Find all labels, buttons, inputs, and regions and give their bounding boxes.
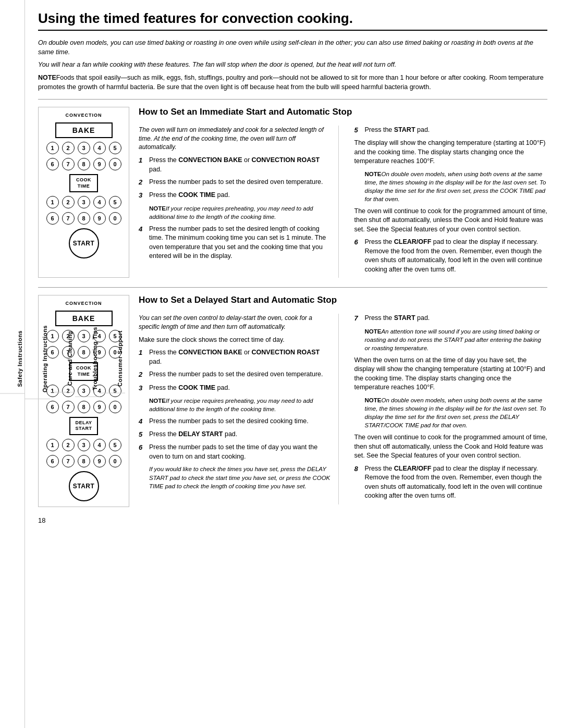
section-2-left: You can set the oven control to delay-st… xyxy=(139,314,339,504)
key-7e: 7 xyxy=(62,455,75,467)
key-8b: 8 xyxy=(78,212,90,225)
step-2-1: 1 Press the CONVECTION BAKE or CONVECTIO… xyxy=(139,348,332,366)
key-7: 7 xyxy=(62,158,75,170)
step-2-7: 7 Press the START pad. xyxy=(354,314,548,323)
step-num-3: 3 xyxy=(139,191,146,200)
sidebar-item-consumer-support: Consumer Support xyxy=(100,324,125,393)
section-1-right-para1: The display will show the changing tempe… xyxy=(354,139,548,166)
step-text-2-1: Press the CONVECTION BAKE or CONVECTION … xyxy=(149,348,332,366)
key-9b: 9 xyxy=(93,212,106,225)
key-4e: 4 xyxy=(93,439,106,451)
key-6b: 6 xyxy=(46,212,59,225)
key-6d: 6 xyxy=(46,401,59,413)
key-3e: 3 xyxy=(78,439,90,451)
step-2-3: 3 Press the COOK TIME pad. xyxy=(139,384,332,393)
step-num-2-1: 1 xyxy=(139,348,146,357)
step-text-2-2: Press the number pads to set the desired… xyxy=(149,370,332,379)
section-2-right-note2: NOTEOn double oven models, when using bo… xyxy=(365,396,548,429)
num-row-1-2: 6 7 8 9 0 xyxy=(46,158,121,170)
step-2-6: 6 Press the number pads to set the time … xyxy=(139,443,332,461)
cook-time-button-1: COOK TIME xyxy=(69,174,98,192)
section-1-intro: The oven will turn on immediately and co… xyxy=(139,126,332,152)
key-8d: 8 xyxy=(78,401,90,413)
section-2-note: NOTEIf your recipe requires preheating, … xyxy=(149,397,332,413)
key-4: 4 xyxy=(93,142,106,154)
step-num-2-3: 3 xyxy=(139,384,146,393)
bake-button-1: BAKE xyxy=(55,122,113,138)
step-1-6: 6 Press the CLEAR/OFF pad to clear the d… xyxy=(354,238,548,274)
step-text-2-6: Press the number pads to set the time of… xyxy=(149,443,332,461)
section-1-right: 5 Press the START pad. The display will … xyxy=(348,126,548,278)
step-1-2: 2 Press the number pads to set the desir… xyxy=(139,178,332,187)
step-text-3: Press the COOK TIME pad. xyxy=(149,191,332,200)
sidebar-item-troubleshooting: Troubleshooting Tips xyxy=(75,320,100,397)
section-2-right: 7 Press the START pad. NOTEAn attention … xyxy=(348,314,548,504)
step-num-5: 5 xyxy=(354,126,362,135)
instructions-col-1: How to Set an Immediate Start and Automa… xyxy=(139,107,547,278)
key-3b: 3 xyxy=(78,196,90,208)
section-2-title: How to Set a Delayed Start and Automatic… xyxy=(139,295,547,305)
section-1-right-note1: NOTEOn double oven models, when using bo… xyxy=(365,170,548,203)
section-2-two-col: You can set the oven control to delay-st… xyxy=(139,314,547,504)
note-label: NOTE xyxy=(38,74,56,81)
start-button-2: START xyxy=(69,471,99,501)
step-num-4: 4 xyxy=(139,225,146,234)
key-8e: 8 xyxy=(78,455,90,467)
step-text-2-4: Press the number pads to set the desired… xyxy=(149,417,332,426)
section-2-right-note1: NOTEAn attention tone will sound if you … xyxy=(365,327,548,352)
step-2-5: 5 Press the DELAY START pad. xyxy=(139,430,332,439)
key-7b: 7 xyxy=(62,212,75,225)
note-para: NOTEFoods that spoil easily—such as milk… xyxy=(38,73,547,92)
num-row-2-4: 6 7 8 9 0 xyxy=(46,401,121,413)
step-num-2-6: 6 xyxy=(139,443,146,452)
step-1-3: 3 Press the COOK TIME pad. xyxy=(139,191,332,200)
section-1-two-col: The oven will turn on immediately and co… xyxy=(139,126,547,278)
step-num-2-2: 2 xyxy=(139,370,146,379)
key-5e: 5 xyxy=(109,439,121,451)
step-text-2: Press the number pads to set the desired… xyxy=(149,178,332,187)
key-2b: 2 xyxy=(62,196,75,208)
key-7d: 7 xyxy=(62,401,75,413)
key-5b: 5 xyxy=(109,196,121,208)
step-text-2-5: Press the DELAY START pad. xyxy=(149,430,332,439)
step-num-6: 6 xyxy=(354,238,362,247)
key-0d: 0 xyxy=(109,401,121,413)
step-num-2-8: 8 xyxy=(354,464,362,474)
intro-para-2: You will hear a fan while cooking with t… xyxy=(38,60,547,69)
key-9d: 9 xyxy=(93,401,106,413)
sidebar-item-care-cleaning: Care and Cleaning xyxy=(50,325,75,392)
section-2-right-para2: The oven will continue to cook for the p… xyxy=(354,433,548,461)
section-2-clock-note: Make sure the clock shows the correct ti… xyxy=(139,336,332,345)
page-title: Using the timed features for convection … xyxy=(38,10,547,31)
num-row-2-6: 6 7 8 9 0 xyxy=(46,455,121,467)
section-1-left: The oven will turn on immediately and co… xyxy=(139,126,339,278)
intro-para-1: On double oven models, you can use timed… xyxy=(38,38,547,57)
delay-start-button: DELAY START xyxy=(69,417,98,435)
step-2-2: 2 Press the number pads to set the desir… xyxy=(139,370,332,379)
sidebar-item-operating: Operating Instructions xyxy=(25,319,50,399)
convection-label-2: CONVECTION xyxy=(65,301,102,306)
key-5: 5 xyxy=(109,142,121,154)
step-text-2-3: Press the COOK TIME pad. xyxy=(149,384,332,393)
note-body: Foods that spoil easily—such as milk, eg… xyxy=(38,74,544,91)
num-row-1-4: 6 7 8 9 0 xyxy=(46,212,121,225)
key-6e: 6 xyxy=(46,455,59,467)
key-2e: 2 xyxy=(62,439,75,451)
start-button-1: START xyxy=(69,228,99,258)
section-2-right-para1: When the oven turns on at the time of da… xyxy=(354,356,548,392)
step-num-2-5: 5 xyxy=(139,430,146,439)
key-9: 9 xyxy=(93,158,106,170)
section-1-note: NOTEIf your recipe requires preheating, … xyxy=(149,204,332,221)
step-text-2-8: Press the CLEAR/OFF pad to clear the dis… xyxy=(365,464,548,501)
num-row-2-5: 1 2 3 4 5 xyxy=(46,439,121,451)
sidebar: Consumer Support Troubleshooting Tips Ca… xyxy=(0,0,25,728)
step-1-4: 4 Press the number pads to set the desir… xyxy=(139,225,332,261)
section-1-title: How to Set an Immediate Start and Automa… xyxy=(139,107,547,117)
step-2-8: 8 Press the CLEAR/OFF pad to clear the d… xyxy=(354,464,548,501)
key-1e: 1 xyxy=(46,439,59,451)
key-6: 6 xyxy=(46,158,59,170)
step-1-1: 1 Press the CONVECTION BAKE or CONVECTIO… xyxy=(139,156,332,174)
num-row-1-1: 1 2 3 4 5 xyxy=(46,142,121,154)
step-text-6: Press the CLEAR/OFF pad to clear the dis… xyxy=(365,238,548,274)
key-1: 1 xyxy=(46,142,59,154)
